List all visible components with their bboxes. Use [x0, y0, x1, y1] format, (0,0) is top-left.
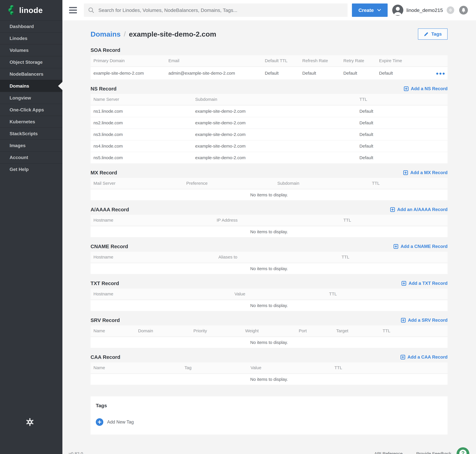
section-ns-record: NS Record Add a NS Record Name ServerSub…	[90, 86, 447, 163]
cell: example-site-demo-2.com	[192, 152, 357, 163]
app-version: v0.82.0	[69, 451, 83, 454]
tags-panel: Tags Add New Tag	[90, 396, 447, 435]
notification-count-badge[interactable]: 0	[447, 6, 454, 14]
search-input[interactable]	[98, 7, 343, 13]
sidebar-item-one-click-apps[interactable]: One-Click Apps	[0, 104, 62, 116]
chevron-down-icon	[377, 9, 381, 11]
column-header: Hostname	[90, 215, 214, 226]
column-header: Weight	[242, 325, 296, 337]
add-cname-record-link[interactable]: Add a CNAME Record	[394, 244, 447, 249]
soa-record-heading: SOA Record	[90, 47, 120, 53]
table-row-empty: No items to display.	[90, 374, 447, 385]
sidebar-item-get-help[interactable]: Get Help	[0, 163, 62, 175]
plus-circle-icon	[96, 418, 103, 426]
column-header: Value	[232, 288, 326, 300]
add-ns-record-link[interactable]: Add a NS Record	[404, 86, 447, 91]
sidebar-item-volumes[interactable]: Volumes	[0, 44, 62, 56]
section-srv-record: SRV Record Add a SRV Record NameDomainPr…	[90, 317, 447, 348]
cell: ns3.linode.com	[90, 129, 192, 140]
column-header: TTL	[341, 215, 447, 226]
column-header: Value	[248, 362, 331, 374]
table-row: ns4.linode.comexample-site-demo-2.comDef…	[90, 140, 447, 152]
help-feedback-button[interactable]: ?	[457, 447, 469, 454]
breadcrumb-domains-link[interactable]: Domains	[90, 30, 121, 38]
column-header-actions	[421, 55, 447, 67]
sidebar-item-account[interactable]: Account	[0, 151, 62, 163]
table-row: ns3.linode.comexample-site-demo-2.comDef…	[90, 129, 447, 140]
sidebar-item-object-storage[interactable]: Object Storage	[0, 56, 62, 68]
cell: Default	[341, 67, 376, 79]
cname-record-table: HostnameAliases toTTLNo items to display…	[90, 252, 447, 274]
column-header: Hostname	[90, 288, 232, 300]
add-a-aaaa-record-label: Add an A/AAAA Record	[397, 207, 447, 212]
caa-record-heading: CAA Record	[90, 354, 120, 360]
sidebar-item-dashboard[interactable]: Dashboard	[0, 20, 62, 32]
plus-square-icon	[394, 244, 398, 249]
row-actions-kebab-icon[interactable]	[436, 73, 445, 75]
a-aaaa-record-table: HostnameIP AddressTTLNo items to display…	[90, 215, 447, 237]
linode-logo[interactable]: linode	[0, 0, 62, 20]
plus-square-icon	[402, 281, 406, 286]
section-soa-record: SOA Record Primary DomainEmailDefault TT…	[90, 47, 447, 79]
plus-square-icon	[390, 207, 395, 212]
add-srv-record-label: Add a SRV Record	[408, 318, 447, 323]
sidebar-item-stackscripts[interactable]: StackScripts	[0, 128, 62, 139]
txt-record-table: HostnameValueTTLNo items to display.	[90, 288, 447, 311]
table-row: ns5.linode.comexample-site-demo-2.comDef…	[90, 152, 447, 163]
txt-record-heading: TXT Record	[90, 280, 119, 286]
api-reference-link[interactable]: API Reference	[374, 451, 402, 454]
plus-square-icon	[401, 318, 406, 323]
pencil-icon	[424, 32, 429, 37]
column-header: Domain	[135, 325, 191, 337]
settings-gear-icon[interactable]	[26, 418, 34, 426]
a-aaaa-record-heading: A/AAAA Record	[90, 207, 129, 212]
empty-state: No items to display.	[90, 189, 447, 200]
edit-tags-button[interactable]: Tags	[418, 29, 447, 40]
ns-record-table: Name ServerSubdomainTTLns1.linode.comexa…	[90, 94, 447, 163]
column-header: Expire Time	[376, 55, 421, 67]
add-mx-record-label: Add a MX Record	[410, 170, 447, 175]
create-button[interactable]: Create	[352, 3, 388, 17]
sidebar-item-longview[interactable]: Longview	[0, 92, 62, 104]
notifications-bell-icon[interactable]	[459, 6, 468, 15]
cell: example-site-demo-2.com	[192, 140, 357, 152]
column-header: TTL	[357, 94, 447, 105]
column-header: TTL	[331, 362, 447, 374]
cell: Default	[357, 117, 447, 129]
add-txt-record-link[interactable]: Add a TXT Record	[402, 281, 447, 286]
menu-hamburger-icon[interactable]	[69, 7, 77, 13]
add-new-tag-button[interactable]: Add New Tag	[96, 418, 134, 426]
column-header: Primary Domain	[90, 55, 166, 67]
sidebar-item-nodebalancers[interactable]: NodeBalancers	[0, 68, 62, 80]
sidebar-item-kubernetes[interactable]: Kubernetes	[0, 116, 62, 128]
column-header: Port	[296, 325, 333, 337]
cell: Default	[299, 67, 341, 79]
empty-state: No items to display.	[90, 263, 447, 274]
add-caa-record-label: Add a CAA Record	[408, 355, 447, 360]
add-mx-record-link[interactable]: Add a MX Record	[403, 170, 447, 175]
add-srv-record-link[interactable]: Add a SRV Record	[401, 318, 447, 323]
mx-record-table: Mail ServerPreferenceSubdomainTTLNo item…	[90, 178, 447, 200]
add-ns-record-label: Add a NS Record	[411, 86, 447, 91]
add-txt-record-label: Add a TXT Record	[409, 281, 447, 286]
page-title: example-site-demo-2.com	[129, 30, 216, 38]
section-cname-record: CNAME Record Add a CNAME Record Hostname…	[90, 243, 447, 274]
sidebar-item-domains[interactable]: Domains	[0, 80, 62, 92]
table-row-empty: No items to display.	[90, 300, 447, 311]
provide-feedback-link[interactable]: Provide Feedback	[416, 451, 451, 454]
username-menu[interactable]: linode_demo215	[407, 8, 443, 13]
sidebar-nav-list: DashboardLinodesVolumesObject StorageNod…	[0, 20, 62, 175]
global-search	[84, 3, 348, 17]
table-row-empty: No items to display.	[90, 337, 447, 348]
sidebar-item-linodes[interactable]: Linodes	[0, 32, 62, 44]
user-avatar[interactable]	[392, 5, 403, 16]
column-header: Subdomain	[192, 94, 357, 105]
column-header: Name	[90, 362, 182, 374]
edit-tags-button-label: Tags	[431, 31, 442, 37]
cell-actions	[421, 67, 447, 79]
cell: Default	[262, 67, 299, 79]
section-txt-record: TXT Record Add a TXT Record HostnameValu…	[90, 280, 447, 311]
sidebar-item-images[interactable]: Images	[0, 139, 62, 151]
add-a-aaaa-record-link[interactable]: Add an A/AAAA Record	[390, 207, 447, 212]
add-caa-record-link[interactable]: Add a CAA Record	[401, 355, 447, 360]
